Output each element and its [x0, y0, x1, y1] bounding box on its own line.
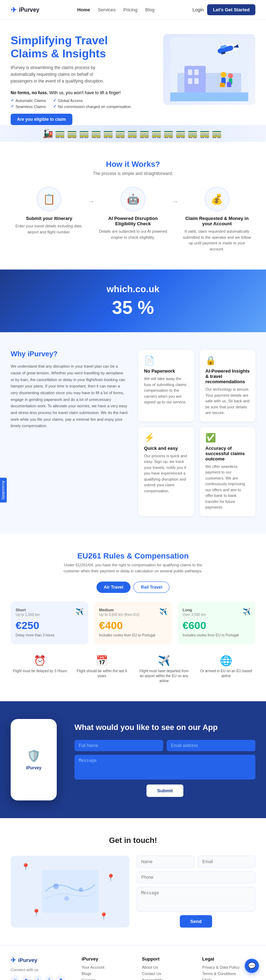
why-card-accuracy-desc: We offer seamless payment to our custome… — [205, 464, 250, 511]
svg-rect-17 — [220, 83, 225, 87]
step-2-title: AI Powered Disruption Eligibility Check — [98, 216, 168, 226]
comp-card-short: ✈️ Short Up to 1,500 km €250 Delay more … — [11, 601, 88, 644]
social-twitter[interactable]: 𝕏 — [45, 975, 54, 980]
eligible-button[interactable]: Are you eligible to claim — [11, 114, 72, 125]
why-card-ai-title: AI-Powered Insights & travel recommendat… — [205, 368, 250, 384]
step-2-icon: 🤖 — [120, 187, 146, 212]
hero-headline: Simplifying Travel Claims & Insights — [11, 34, 156, 60]
contact-section: Get in touch! 📍 📍 📍 📍 Send — [0, 818, 266, 945]
contact-send-button[interactable]: Send — [180, 915, 212, 928]
footer-link-contact[interactable]: Contact Us — [142, 972, 195, 976]
tab-rail-travel[interactable]: Rail Travel — [133, 582, 170, 593]
logo[interactable]: ✈ iPurvey — [11, 6, 39, 14]
footer-link-faqs[interactable]: FAQs — [202, 978, 255, 980]
svg-point-13 — [221, 72, 226, 78]
nav-pricing[interactable]: Pricing — [123, 7, 138, 13]
app-email-input[interactable] — [167, 740, 255, 751]
chat-button[interactable]: 💬 — [245, 959, 259, 973]
app-section: 🛡️ iPurvey What would you like to see on… — [0, 701, 266, 818]
footer: ✈ iPurvey Connect with us in ▶ f 𝕏 ✖ ✓ T… — [0, 945, 266, 980]
hero-no-forms: No forms, no fuss. With us, you won't ha… — [11, 90, 156, 95]
eu261-desc: Under EU261/04, you have the right to co… — [59, 562, 207, 574]
footer-link-terms[interactable]: Terms & Conditions — [202, 972, 255, 976]
svg-rect-20 — [42, 870, 99, 913]
eu261-title: EU261 Rules & Compensation — [11, 552, 255, 561]
logo-icon: ✈ — [11, 6, 17, 14]
nav-blog[interactable]: Blog — [146, 7, 155, 13]
app-submit-button[interactable]: Submit — [146, 784, 183, 797]
app-form: Submit — [74, 740, 255, 797]
cta-button[interactable]: Let's Get Started — [207, 4, 255, 15]
cond-years: 📅 Flight should be within the last 6 yea… — [75, 655, 129, 684]
comp-long-amount: €600 — [183, 619, 250, 632]
cond-delay-text: Flight must be delayed by 3 Hours — [13, 669, 67, 674]
which-percentage: 35 % — [11, 297, 255, 318]
step-3-desc: If valid, claim requested automatically … — [182, 228, 252, 252]
map-pin-1: 📍 — [21, 863, 30, 871]
step-2: 🤖 AI Powered Disruption Eligibility Chec… — [95, 187, 171, 240]
why-card-quick-desc: Our process is quick and easy. Sign up, … — [144, 453, 188, 494]
social-linkedin[interactable]: in — [11, 975, 20, 980]
app-fullname-input[interactable] — [74, 740, 163, 751]
how-it-works-section: How it Works? The process is simple and … — [0, 142, 266, 269]
social-x[interactable]: ✖ — [56, 975, 65, 980]
map-pin-4: 📍 — [99, 912, 108, 921]
nav-actions: Login Let's Get Started — [192, 4, 255, 15]
navigation: ✈ iPurvey Home Services Pricing Blog Log… — [0, 0, 266, 20]
step-3: 💰 Claim Requested & Money in your Accoun… — [178, 187, 255, 252]
why-card-ai: 🔒 AI-Powered Insights & travel recommend… — [200, 350, 255, 422]
comp-medium-sublabel: Up to 3,500 km (from EU) — [99, 613, 167, 617]
hero-section: Simplifying Travel Claims & Insights iPu… — [0, 20, 266, 125]
svg-rect-10 — [194, 69, 199, 75]
contact-content: 📍 📍 📍 📍 Send — [11, 856, 255, 928]
comp-card-long: ✈️ Long Over 3,500 km €600 Includes rout… — [178, 601, 255, 644]
step-3-icon: 💰 — [205, 187, 229, 212]
comp-medium-note: Includes routes from EU to Portugal — [99, 633, 167, 638]
why-card-accuracy: ✅ Accuracy of successful claims outcome … — [200, 427, 255, 516]
why-card-quick-title: Quick and easy — [144, 445, 188, 451]
contact-phone-input[interactable] — [136, 871, 255, 883]
nav-services[interactable]: Services — [98, 7, 115, 13]
why-cards: 📄 No Paperwork We will take away the fus… — [138, 350, 255, 516]
why-card-accuracy-title: Accuracy of successful claims outcome — [205, 445, 250, 461]
footer-link-about[interactable]: About Us — [142, 965, 195, 969]
hero-description: iPurvey is streamlining the claims proce… — [11, 64, 110, 85]
footer-link-careers[interactable]: Careers — [82, 978, 135, 980]
contact-name-input[interactable] — [136, 856, 194, 868]
social-facebook[interactable]: f — [33, 975, 43, 980]
train-bar: 🚂🚃🚃🚃🚃🚃🚃🚃🚃🚃🚃🚃🚃🚃🚃 — [0, 125, 266, 142]
tab-air-travel[interactable]: Air Travel — [96, 582, 131, 593]
accessibility-button[interactable]: Accessibility — [0, 477, 7, 502]
steps-container: 📋 Submit your Itinerary Enter your trave… — [11, 187, 255, 252]
footer-link-blogs[interactable]: Blogs — [82, 972, 135, 976]
comp-short-label: Short — [16, 608, 83, 612]
why-left: Why iPurvey? We understand that any disr… — [11, 350, 128, 516]
which-banner: which.co.uk 35 % — [0, 269, 266, 332]
contact-form-row-1 — [136, 856, 255, 868]
step-3-title: Claim Requested & Money in your Account — [182, 216, 252, 226]
comp-short-amount: €250 — [16, 619, 83, 632]
footer-connect-label: Connect with us — [11, 967, 74, 972]
comp-short-sublabel: Up to 1,500 km — [16, 613, 83, 617]
app-message-input[interactable] — [74, 755, 255, 780]
cond-airport-icon: ✈️ — [137, 655, 191, 667]
svg-rect-11 — [188, 78, 192, 84]
contact-email-input[interactable] — [198, 856, 256, 868]
train-illustration: 🚂🚃🚃🚃🚃🚃🚃🚃🚃🚃🚃🚃🚃🚃🚃 — [43, 129, 223, 138]
social-youtube[interactable]: ▶ — [22, 975, 31, 980]
svg-rect-18 — [227, 82, 231, 87]
footer-link-account[interactable]: Your Account — [82, 965, 135, 969]
feature-global: Global Access — [53, 98, 132, 103]
contact-message-input[interactable] — [136, 887, 255, 912]
eu261-tabs: Air Travel Rail Travel — [11, 582, 255, 593]
svg-rect-19 — [170, 92, 248, 101]
footer-logo-icon: ✈ — [11, 956, 16, 964]
nav-home[interactable]: Home — [77, 7, 90, 13]
footer-link-accessibility[interactable]: Accessibility — [142, 978, 195, 980]
why-title: Why iPurvey? — [11, 350, 128, 358]
comp-long-note: Includes routes from EU to Portugal — [183, 633, 250, 638]
login-button[interactable]: Login — [192, 7, 204, 13]
step-1-title: Submit your Itinerary — [14, 216, 84, 221]
which-logo: which.co.uk — [11, 284, 255, 295]
step-1-desc: Enter your travel details including date… — [14, 223, 84, 235]
